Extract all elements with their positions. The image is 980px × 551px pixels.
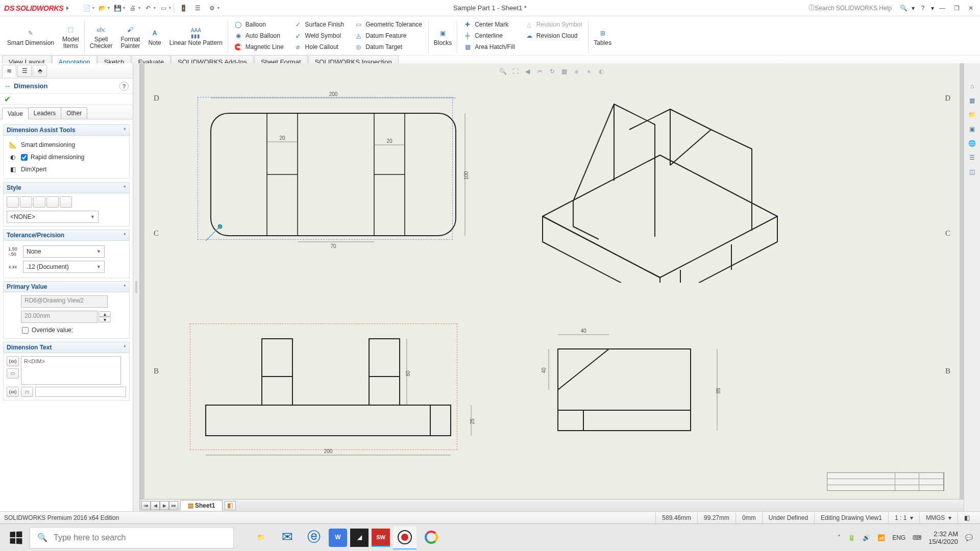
title-block[interactable] [827, 472, 944, 491]
options-tree-button[interactable]: ☰ [191, 2, 204, 15]
app-menu-dropdown-icon[interactable] [66, 6, 69, 10]
blocks-button[interactable]: ▣Blocks [430, 18, 456, 55]
prev-view-icon[interactable]: ◀ [522, 66, 533, 77]
new-button[interactable]: 📄 [80, 2, 93, 15]
style-btn-1[interactable] [7, 196, 19, 208]
text-box-button[interactable]: ⬭ [21, 387, 33, 397]
override-checkbox[interactable] [22, 327, 29, 334]
rapid-dimensioning-item[interactable]: ◐Rapid dimensioning [7, 151, 126, 163]
note-button[interactable]: ANote [144, 18, 165, 55]
style-dropdown[interactable]: <NONE>▼ [7, 211, 99, 223]
rebuild-button[interactable]: 🚦 [177, 2, 190, 15]
value-down-button[interactable]: ▾ [99, 317, 111, 322]
sheet-prev-button[interactable]: ◀ [151, 501, 160, 510]
spell-checker-button[interactable]: abcSpell Checker [86, 18, 117, 55]
units-label[interactable]: MMGS ▾ [919, 512, 958, 523]
notifications-icon[interactable]: 💬 [965, 534, 973, 541]
centerline-button[interactable]: ╪Centerline [461, 31, 517, 41]
dimxpert-item[interactable]: ◧DimXpert [7, 163, 126, 176]
area-hatch-button[interactable]: ▦Area Hatch/Fill [461, 42, 517, 52]
drawing-canvas[interactable]: D C B D C B 200 20 [140, 63, 964, 499]
help-icon[interactable]: ? [119, 82, 129, 91]
datum-feature-button[interactable]: ◬Datum Feature [352, 31, 424, 41]
save-button[interactable]: 💾 [111, 2, 124, 15]
dimension-value-field[interactable]: 20.00mm [21, 311, 97, 323]
revision-cloud-button[interactable]: ☁Revision Cloud [523, 31, 584, 41]
library-icon[interactable]: 📁 [967, 109, 978, 120]
linear-note-pattern-button[interactable]: AAA▮▮▮Linear Note Pattern [165, 18, 227, 55]
tray-overflow-icon[interactable]: ˄ [838, 534, 841, 541]
help-search[interactable]: ⓘ Search SOLIDWORKS Help [805, 2, 895, 14]
start-button[interactable] [2, 526, 30, 549]
tolerance-type-dropdown[interactable]: None▼ [23, 245, 105, 258]
format-painter-button[interactable]: 🖌Format Painter [116, 18, 144, 55]
options-button[interactable]: ⚙ [205, 2, 218, 15]
balloon-button[interactable]: ◯Balloon [232, 19, 286, 30]
add-sheet-button[interactable]: ◧ [225, 501, 236, 510]
zoom-fit-icon[interactable]: 🔍 [498, 66, 509, 77]
configuration-tab-icon[interactable]: ⬘ [33, 65, 47, 77]
print-button[interactable]: 🖨 [126, 2, 139, 15]
center-mark-button[interactable]: ✚Center Mark [461, 19, 517, 30]
open-button[interactable]: 📂 [95, 2, 109, 15]
select-button[interactable]: ▭ [157, 2, 170, 15]
auto-balloon-button[interactable]: ◉Auto Balloon [232, 31, 286, 41]
hide-show-icon[interactable]: ◈ [571, 66, 582, 77]
model-items-button[interactable]: ⬚Model Items [58, 18, 83, 55]
battery-icon[interactable]: 🔋 [848, 534, 855, 541]
datum-target-button[interactable]: ◎Datum Target [352, 42, 424, 52]
appearance-icon[interactable]: ● [583, 66, 595, 77]
help-button[interactable]: ? [917, 2, 929, 14]
clock[interactable]: 2:32 AM 15/4/2020 [928, 530, 958, 545]
value-up-button[interactable]: ▴ [99, 311, 111, 317]
weld-symbol-button[interactable]: ↙Weld Symbol [292, 31, 347, 41]
close-button[interactable]: ✕ [965, 2, 977, 14]
zoom-area-icon[interactable]: ⛶ [510, 66, 521, 77]
ime-icon[interactable]: ⌨ [913, 534, 921, 541]
dimension-text-field[interactable]: R<DIM> [21, 356, 121, 385]
panel-resize-handle[interactable] [133, 63, 140, 511]
surface-finish-button[interactable]: ✓Surface Finish [292, 19, 347, 30]
custom-props-icon[interactable]: ☰ [967, 152, 978, 163]
scale-label[interactable]: 1 : 1 ▾ [888, 512, 919, 523]
wifi-icon[interactable]: 📶 [877, 534, 885, 541]
home-icon[interactable]: ⌂ [967, 81, 978, 92]
resources-icon[interactable]: ▦ [967, 95, 978, 106]
taskbar-search[interactable]: 🔍 Type here to search [30, 527, 234, 548]
style-btn-3[interactable] [33, 196, 45, 208]
drawing-view-front[interactable]: 60 25 200 [195, 329, 481, 461]
drawing-view-top[interactable]: 200 20 20 70 100 [195, 89, 471, 252]
drawing-view-iso[interactable] [512, 68, 788, 283]
style-btn-4[interactable] [46, 196, 59, 208]
search-icon[interactable]: 🔍 [897, 2, 910, 14]
text-inspect-button[interactable]: ⬭ [7, 368, 19, 379]
tab-value[interactable]: Value [2, 108, 29, 119]
undo-button[interactable]: ↶ [141, 2, 155, 15]
chrome-icon[interactable] [420, 526, 443, 549]
rotate-icon[interactable]: ↻ [547, 66, 558, 77]
display-style-icon[interactable]: ▦ [559, 66, 570, 77]
smart-dimension-button[interactable]: ✎Smart Dimension [3, 18, 58, 55]
appearances-icon[interactable]: 🌐 [967, 138, 978, 149]
style-btn-5[interactable] [60, 196, 72, 208]
hole-callout-button[interactable]: ⌀Hole Callout [292, 42, 347, 52]
magnetic-line-button[interactable]: 🧲Magnetic Line [232, 42, 286, 52]
file-explorer-icon[interactable]: 📁 [249, 526, 273, 549]
sheet-next-button[interactable]: ▶ [160, 501, 169, 510]
language-indicator[interactable]: ENG [892, 534, 905, 541]
tables-button[interactable]: ⊞Tables [590, 18, 616, 55]
sheet-first-button[interactable]: ⏮ [141, 501, 151, 510]
wps-icon[interactable]: W [329, 529, 347, 547]
sheet-last-button[interactable]: ⏭ [169, 501, 178, 510]
property-manager-tab-icon[interactable]: ☰ [17, 65, 32, 77]
app-icon[interactable]: ◢ [350, 529, 369, 547]
rapid-dimensioning-checkbox[interactable] [21, 154, 28, 161]
section-view-icon[interactable]: ✂ [534, 66, 546, 77]
precision-dropdown[interactable]: .12 (Document)▼ [23, 261, 105, 273]
volume-icon[interactable]: 🔊 [863, 534, 870, 541]
status-extra-icon[interactable]: ◧ [958, 512, 976, 523]
text-above-button[interactable]: (xx) [7, 356, 19, 366]
tab-leaders[interactable]: Leaders [28, 107, 61, 119]
solidworks-taskbar-icon[interactable]: SW [372, 529, 390, 547]
forum-icon[interactable]: ◫ [967, 166, 978, 178]
